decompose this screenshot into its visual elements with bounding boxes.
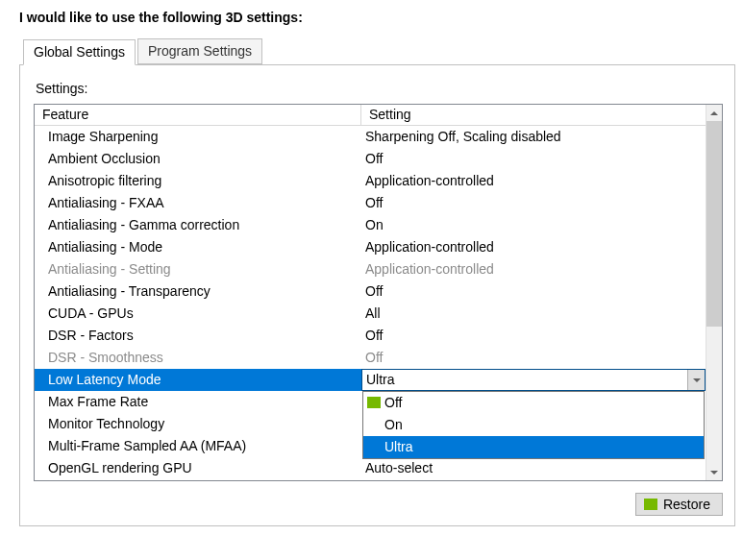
grid-header: Feature Setting bbox=[35, 105, 706, 126]
feature-cell: Max Frame Rate bbox=[35, 391, 361, 413]
dropdown-option[interactable]: Off bbox=[363, 392, 704, 414]
feature-cell: OpenGL rendering GPU bbox=[35, 457, 361, 479]
settings-label: Settings: bbox=[36, 81, 723, 96]
setting-cell[interactable]: Off bbox=[361, 148, 706, 170]
setting-dropdown-list[interactable]: OffOnUltra bbox=[362, 391, 705, 459]
scrollbar-track[interactable] bbox=[706, 121, 722, 464]
chevron-down-icon bbox=[693, 377, 701, 384]
table-row[interactable]: Image SharpeningSharpening Off, Scaling … bbox=[35, 126, 706, 148]
feature-cell: Antialiasing - Mode bbox=[35, 236, 361, 258]
table-row[interactable]: Antialiasing - ModeApplication-controlle… bbox=[35, 236, 706, 258]
nvidia-logo-icon bbox=[644, 499, 657, 510]
feature-cell: Antialiasing - Transparency bbox=[35, 280, 361, 303]
settings-grid: Feature Setting Image SharpeningSharpeni… bbox=[34, 104, 723, 481]
dropdown-option[interactable]: On bbox=[363, 414, 704, 436]
table-row[interactable]: DSR - FactorsOff bbox=[35, 325, 706, 347]
chevron-up-icon bbox=[710, 110, 718, 117]
tab-panel-global: Settings: Feature Setting Image Sharpeni… bbox=[19, 64, 735, 526]
restore-button-label: Restore bbox=[663, 497, 710, 512]
setting-combobox-button[interactable] bbox=[687, 370, 705, 390]
feature-cell: Antialiasing - Setting bbox=[35, 258, 361, 280]
table-row[interactable]: Ambient OcclusionOff bbox=[35, 148, 706, 170]
feature-cell: Monitor Technology bbox=[35, 413, 361, 435]
setting-cell[interactable]: Off bbox=[361, 325, 706, 347]
table-row[interactable]: CUDA - GPUsAll bbox=[35, 303, 706, 325]
feature-cell: DSR - Factors bbox=[35, 325, 361, 347]
vertical-scrollbar[interactable] bbox=[706, 105, 722, 480]
table-row[interactable]: OpenGL rendering GPUAuto-select bbox=[35, 457, 706, 479]
feature-cell: Low Latency Mode bbox=[35, 369, 361, 391]
setting-cell[interactable]: Application-controlled bbox=[361, 236, 706, 258]
dropdown-option[interactable]: Ultra bbox=[363, 436, 704, 458]
feature-cell: Antialiasing - Gamma correction bbox=[35, 214, 361, 236]
setting-cell[interactable]: Off bbox=[361, 280, 706, 303]
table-row[interactable]: Antialiasing - TransparencyOff bbox=[35, 280, 706, 303]
feature-cell: CUDA - GPUs bbox=[35, 303, 361, 325]
feature-cell: Multi-Frame Sampled AA (MFAA) bbox=[35, 435, 361, 457]
column-header-feature[interactable]: Feature bbox=[35, 105, 361, 125]
table-row[interactable]: DSR - SmoothnessOff bbox=[35, 347, 706, 369]
table-row[interactable]: Antialiasing - Gamma correctionOn bbox=[35, 214, 706, 236]
table-row[interactable]: Antialiasing - FXAAOff bbox=[35, 192, 706, 214]
setting-cell[interactable]: Off bbox=[361, 192, 706, 214]
setting-cell[interactable]: Off bbox=[361, 347, 706, 369]
setting-cell[interactable]: Application-controlled bbox=[361, 258, 706, 280]
scroll-up-button[interactable] bbox=[706, 105, 722, 121]
tab-program-settings[interactable]: Program Settings bbox=[137, 38, 262, 64]
page-heading: I would like to use the following 3D set… bbox=[19, 10, 735, 25]
column-header-setting[interactable]: Setting bbox=[361, 105, 706, 125]
setting-cell[interactable]: Auto-select bbox=[361, 457, 706, 479]
setting-combobox-value: Ultra bbox=[362, 370, 687, 390]
feature-cell: Antialiasing - FXAA bbox=[35, 192, 361, 214]
setting-cell[interactable]: On bbox=[361, 214, 706, 236]
scroll-down-button[interactable] bbox=[706, 464, 722, 480]
setting-cell[interactable]: Application-controlled bbox=[361, 170, 706, 192]
feature-cell: Ambient Occlusion bbox=[35, 148, 361, 170]
setting-cell[interactable]: All bbox=[361, 303, 706, 325]
feature-cell: Image Sharpening bbox=[35, 126, 361, 148]
scrollbar-thumb[interactable] bbox=[706, 121, 722, 327]
chevron-down-icon bbox=[710, 469, 718, 476]
setting-cell[interactable]: Sharpening Off, Scaling disabled bbox=[361, 126, 706, 148]
tab-global-settings[interactable]: Global Settings bbox=[23, 39, 136, 65]
restore-button[interactable]: Restore bbox=[635, 493, 723, 516]
tab-strip: Global Settings Program Settings bbox=[19, 38, 735, 64]
table-row[interactable]: Anisotropic filteringApplication-control… bbox=[35, 170, 706, 192]
table-row[interactable]: Antialiasing - SettingApplication-contro… bbox=[35, 258, 706, 280]
feature-cell: Anisotropic filtering bbox=[35, 170, 361, 192]
feature-cell: DSR - Smoothness bbox=[35, 347, 361, 369]
setting-cell[interactable]: Ultra bbox=[361, 369, 706, 391]
setting-combobox[interactable]: Ultra bbox=[361, 369, 706, 391]
table-row[interactable]: Low Latency ModeUltra bbox=[35, 369, 706, 391]
